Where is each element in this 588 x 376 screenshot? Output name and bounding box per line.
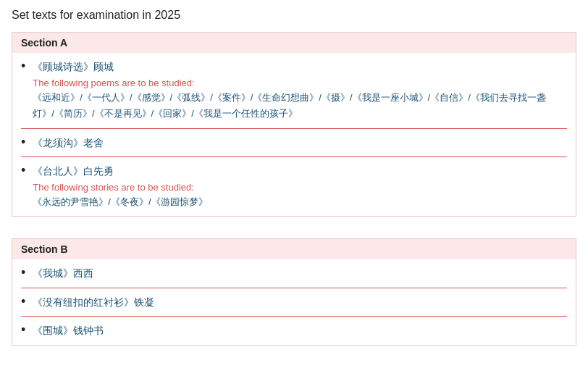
- entry-tie-ning-title: 《没有纽扣的红衬衫》铁凝: [33, 294, 567, 310]
- page-title: Set texts for examination in 2025: [12, 6, 576, 22]
- entry-gu-cheng: • 《顾城诗选》顾城 The following poems are to be…: [21, 53, 567, 129]
- entry-bai-xianyong-study-list: 《永远的尹雪艳》/《冬夜》/《游园惊梦》: [33, 194, 567, 210]
- entry-xi-xi-content: 《我城》西西: [33, 265, 567, 281]
- entry-xi-xi: • 《我城》西西: [21, 259, 567, 288]
- entry-qian-zhongshu-content: 《围城》钱钟书: [33, 322, 567, 338]
- entry-bai-xianyong: • 《台北人》白先勇 The following stories are to …: [21, 157, 567, 216]
- section-a-body: • 《顾城诗选》顾城 The following poems are to be…: [12, 53, 576, 216]
- bullet-icon: •: [21, 322, 25, 338]
- entry-gu-cheng-study-list: 《远和近》/《一代人》/《感觉》/《弧线》/《案件》/《生命幻想曲》/《摄》/《…: [33, 90, 567, 122]
- bullet-icon: •: [21, 59, 25, 75]
- entry-bai-xianyong-study-label: The following stories are to be studied:: [33, 182, 567, 193]
- entry-gu-cheng-content: 《顾城诗选》顾城 The following poems are to be s…: [33, 59, 567, 122]
- entry-xi-xi-title: 《我城》西西: [33, 265, 567, 281]
- entry-qian-zhongshu-title: 《围城》钱钟书: [33, 322, 567, 338]
- bullet-icon: •: [21, 163, 25, 179]
- bullet-icon: •: [21, 265, 25, 281]
- entry-lao-she-title: 《龙须沟》老舍: [33, 135, 567, 151]
- entry-tie-ning-content: 《没有纽扣的红衬衫》铁凝: [33, 294, 567, 310]
- entry-gu-cheng-title: 《顾城诗选》顾城: [33, 59, 567, 75]
- section-b-header: Section B: [12, 239, 576, 259]
- entry-bai-xianyong-title: 《台北人》白先勇: [33, 163, 567, 179]
- entry-lao-she-content: 《龙须沟》老舍: [33, 135, 567, 151]
- section-a: Section A • 《顾城诗选》顾城 The following poems…: [12, 32, 576, 217]
- bullet-icon: •: [21, 294, 25, 310]
- section-b-body: • 《我城》西西 • 《没有纽扣的红衬衫》铁凝 • 《围城》钱钟书: [12, 259, 576, 344]
- bullet-icon: •: [21, 135, 25, 151]
- entry-lao-she: • 《龙须沟》老舍: [21, 129, 567, 157]
- spacer: [12, 231, 576, 238]
- entry-bai-xianyong-content: 《台北人》白先勇 The following stories are to be…: [33, 163, 567, 210]
- section-a-header: Section A: [12, 33, 576, 53]
- entry-qian-zhongshu: • 《围城》钱钟书: [21, 317, 567, 344]
- entry-tie-ning: • 《没有纽扣的红衬衫》铁凝: [21, 288, 567, 317]
- section-b: Section B • 《我城》西西 • 《没有纽扣的红衬衫》铁凝 • 《围城》…: [12, 238, 576, 345]
- entry-gu-cheng-study-label: The following poems are to be studied:: [33, 78, 567, 88]
